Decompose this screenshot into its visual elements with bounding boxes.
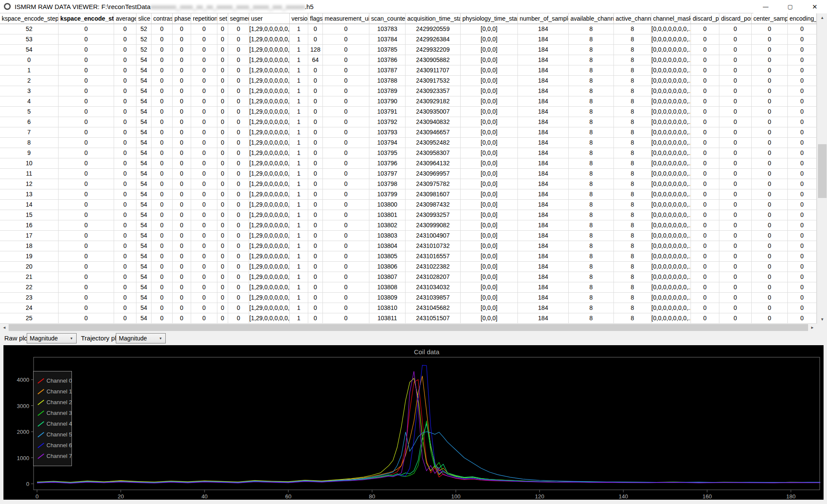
column-header-contrast[interactable]: contrast (152, 13, 173, 24)
column-header-slice[interactable]: slice (136, 13, 152, 24)
table-row[interactable]: 54005200000[1,29,0,0,0,0,0,0]11280103785… (0, 45, 817, 55)
table-row[interactable]: 21005400000[1,29,0,0,0,0,0,0]10010380724… (0, 272, 817, 282)
trajectory-plot-dropdown[interactable]: Magnitude ▼ (116, 333, 166, 343)
column-header-available_channels[interactable]: available_channels (569, 13, 614, 24)
table-cell-number_of_samples: 184 (518, 303, 569, 313)
table-cell-discard_pre: 0 (691, 262, 719, 272)
table-cell-center_sample: 0 (752, 148, 788, 158)
table-row[interactable]: 12005400000[1,29,0,0,0,0,0,0]10010379824… (0, 179, 817, 189)
table-cell-flags: 0 (308, 127, 323, 138)
table-row[interactable]: 53005200000[1,29,0,0,0,0,0,0]10010378424… (0, 34, 817, 45)
table-row[interactable]: 10005400000[1,29,0,0,0,0,0,0]10010379624… (0, 158, 817, 169)
table-row[interactable]: 24005400000[1,29,0,0,0,0,0,0]10010381024… (0, 303, 817, 313)
table-row[interactable]: 14005400000[1,29,0,0,0,0,0,0]10010380024… (0, 200, 817, 210)
scroll-up-arrow-icon[interactable]: ▲ (817, 13, 827, 22)
column-header-physiology_time_stamp[interactable]: physiology_time_stamp (461, 13, 518, 24)
column-header-kspace_encode_step_[interactable]: kspace_encode_step_ (59, 13, 114, 24)
column-header-repetition[interactable]: repetition (191, 13, 217, 24)
column-header-scan_counter[interactable]: scan_counter (369, 13, 406, 24)
column-header-number_of_samples[interactable]: number_of_samples (518, 13, 569, 24)
table-cell-user: [1,29,0,0,0,0,0,0] (249, 158, 290, 169)
table-cell-slice: 52 (136, 24, 152, 34)
table-cell-slice: 54 (136, 272, 152, 282)
table-cell-acquisition_time_stamp: 2431022382 (406, 262, 461, 272)
table-cell-repetition: 0 (191, 210, 217, 220)
table-row[interactable]: 20005400000[1,29,0,0,0,0,0,0]10010380624… (0, 262, 817, 272)
table-row[interactable]: 2005400000[1,29,0,0,0,0,0,0]100103788243… (0, 76, 817, 86)
scroll-left-arrow-icon[interactable]: ◄ (0, 324, 9, 331)
table-row[interactable]: 3005400000[1,29,0,0,0,0,0,0]100103789243… (0, 86, 817, 96)
table-cell-encoding_s: 0 (788, 34, 817, 45)
table-row[interactable]: 6005400000[1,29,0,0,0,0,0,0]100103792243… (0, 117, 817, 127)
table-cell-center_sample: 0 (752, 200, 788, 210)
coil-plot-canvas: 0204060801001201401601800100020003000400… (3, 345, 824, 500)
vertical-scrollbar[interactable]: ▲ ▼ (817, 13, 827, 324)
table-cell-flags: 128 (308, 45, 323, 55)
column-header-encoding_s[interactable]: encoding_s (788, 13, 817, 24)
table-cell-number_of_samples: 184 (518, 272, 569, 282)
table-cell-set: 0 (217, 107, 228, 117)
svg-text:2000: 2000 (17, 429, 29, 435)
table-cell-average: 0 (114, 241, 136, 251)
raw-plot-dropdown[interactable]: Magnitude ▼ (27, 333, 77, 343)
horizontal-scrollbar-thumb[interactable] (9, 324, 808, 331)
table-row[interactable]: 15005400000[1,29,0,0,0,0,0,0]10010380124… (0, 210, 817, 220)
table-cell-discard_pre: 0 (691, 231, 719, 241)
column-header-average[interactable]: average (114, 13, 136, 24)
table-cell-contrast: 0 (152, 96, 173, 107)
table-row[interactable]: 4005400000[1,29,0,0,0,0,0,0]100103790243… (0, 96, 817, 107)
table-row[interactable]: 7005400000[1,29,0,0,0,0,0,0]100103793243… (0, 127, 817, 138)
table-row[interactable]: 22005400000[1,29,0,0,0,0,0,0]10010380824… (0, 282, 817, 293)
maximize-button[interactable]: ▢ (778, 0, 802, 13)
table-row[interactable]: 8005400000[1,29,0,0,0,0,0,0]100103794243… (0, 138, 817, 148)
column-header-discard_pre[interactable]: discard_pre (691, 13, 719, 24)
table-cell-segment: 0 (228, 313, 249, 324)
column-header-discard_post[interactable]: discard_post (719, 13, 752, 24)
column-header-user[interactable]: user (249, 13, 290, 24)
table-cell-kspace_encode_step_: 0 (59, 148, 114, 158)
table-row[interactable]: 11005400000[1,29,0,0,0,0,0,0]10010379724… (0, 169, 817, 179)
column-header-acquisition_time_stamp[interactable]: acquisition_time_stamp (406, 13, 461, 24)
column-header-set[interactable]: set (217, 13, 228, 24)
table-row[interactable]: 16005400000[1,29,0,0,0,0,0,0]10010380224… (0, 220, 817, 231)
close-button[interactable]: ✕ (802, 0, 827, 13)
table-cell-encoding_s: 0 (788, 200, 817, 210)
horizontal-scrollbar[interactable]: ◄ ► (0, 324, 817, 331)
table-cell-flags: 0 (308, 96, 323, 107)
table-cell-slice: 54 (136, 148, 152, 158)
table-row[interactable]: 1005400000[1,29,0,0,0,0,0,0]100103787243… (0, 65, 817, 76)
table-row[interactable]: 23005400000[1,29,0,0,0,0,0,0]10010380924… (0, 293, 817, 303)
column-header-kspace_encode_step_1[interactable]: kspace_encode_step_1 (0, 13, 59, 24)
column-header-channel_mask[interactable]: channel_mask (651, 13, 691, 24)
table-row[interactable]: 25005400000[1,29,0,0,0,0,0,0]10010381124… (0, 313, 817, 324)
table-row[interactable]: 52005200000[1,29,0,0,0,0,0,0]10010378324… (0, 24, 817, 34)
table-row[interactable]: 17005400000[1,29,0,0,0,0,0,0]10010380324… (0, 231, 817, 241)
column-header-version[interactable]: version (290, 13, 308, 24)
table-cell-kspace_encode_step_: 0 (59, 158, 114, 169)
table-row[interactable]: 13005400000[1,29,0,0,0,0,0,0]10010379924… (0, 189, 817, 200)
column-header-segment[interactable]: segment (228, 13, 249, 24)
svg-text:40: 40 (201, 493, 208, 500)
table-cell-kspace_encode_step_1: 25 (0, 313, 59, 324)
table-row[interactable]: 19005400000[1,29,0,0,0,0,0,0]10010380524… (0, 251, 817, 262)
vertical-scrollbar-thumb[interactable] (818, 144, 827, 198)
table-row[interactable]: 5005400000[1,29,0,0,0,0,0,0]100103791243… (0, 107, 817, 117)
table-cell-discard_post: 0 (719, 76, 752, 86)
table-row[interactable]: 9005400000[1,29,0,0,0,0,0,0]100103795243… (0, 148, 817, 158)
column-header-phase[interactable]: phase (173, 13, 191, 24)
table-cell-physiology_time_stamp: [0,0,0] (461, 107, 518, 117)
column-header-center_sample[interactable]: center_sample (752, 13, 788, 24)
scroll-right-arrow-icon[interactable]: ► (808, 324, 817, 331)
table-cell-available_channels: 8 (569, 293, 614, 303)
minimize-button[interactable]: — (753, 0, 778, 13)
column-header-flags[interactable]: flags (308, 13, 323, 24)
column-header-measurement_uid[interactable]: measurement_uid (323, 13, 369, 24)
column-header-active_channels[interactable]: active_channels (614, 13, 651, 24)
scroll-down-arrow-icon[interactable]: ▼ (817, 315, 827, 324)
table-cell-flags: 0 (308, 272, 323, 282)
table-row[interactable]: 18005400000[1,29,0,0,0,0,0,0]10010380424… (0, 241, 817, 251)
table-row[interactable]: 0005400000[1,29,0,0,0,0,0,0]164010378624… (0, 55, 817, 65)
table-cell-physiology_time_stamp: [0,0,0] (461, 313, 518, 324)
legend-entry: Channel 5 (37, 429, 71, 440)
table-cell-center_sample: 0 (752, 117, 788, 127)
